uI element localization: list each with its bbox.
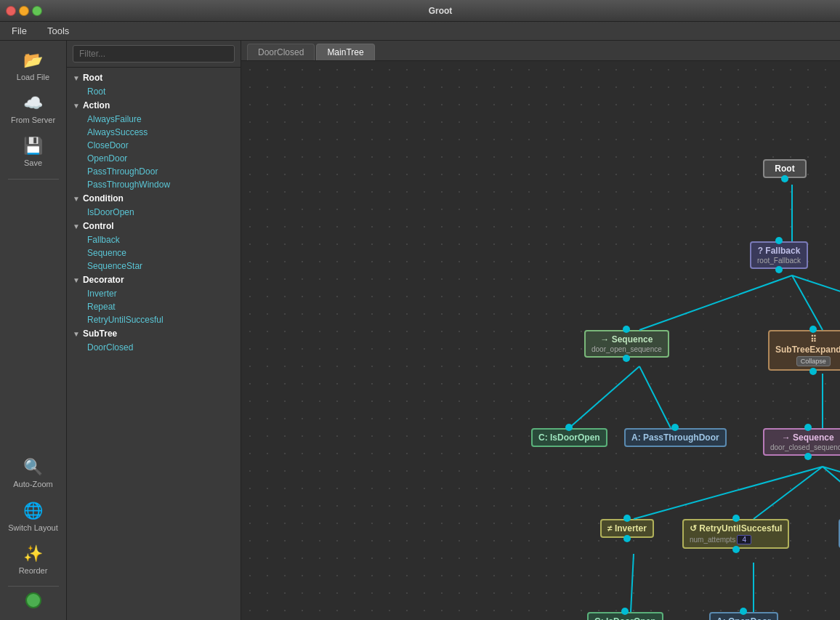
category-root[interactable]: ▼ Root [67, 71, 241, 85]
svg-line-7 [634, 467, 823, 519]
menubar: File Tools [0, 22, 840, 41]
canvas-viewport[interactable]: Root ? Fallback root_Fallback → Sequence… [241, 61, 840, 620]
node-inverter[interactable]: ≠ Inverter [600, 519, 654, 538]
svg-line-3 [792, 275, 840, 330]
from-server-label: From Server [11, 116, 55, 125]
canvas-area: DoorClosed MainTree [241, 41, 840, 620]
tree-item-retryuntilsuccesful[interactable]: RetryUntilSuccesful [67, 313, 241, 326]
auto-zoom-label: Auto-Zoom [13, 480, 52, 489]
tree-item-alwayssuccess[interactable]: AlwaysSuccess [67, 126, 241, 139]
node-seq1-title: → Sequence [591, 334, 662, 345]
node-root-title: Root [770, 164, 799, 174]
node-retry-title: ↺ RetryUntilSuccesful [690, 523, 782, 534]
category-decorator-label: Decorator [83, 275, 124, 285]
node-root-out [781, 175, 788, 182]
from-server-button[interactable]: ☁️ From Server [4, 89, 62, 129]
node-retry-param: num_attempts 4 [690, 535, 782, 544]
tree-item-closedoor[interactable]: CloseDoor [67, 139, 241, 152]
auto-zoom-button[interactable]: 🔍 Auto-Zoom [4, 454, 62, 494]
node-seq1-out [623, 355, 630, 362]
node-isdooropen-2[interactable]: C: IsDoorOpen [587, 612, 663, 620]
tree-item-passthroughdoor[interactable]: PassThroughDoor [67, 165, 241, 178]
reorder-label: Reorder [19, 566, 48, 576]
left-toolbar: 📂 Load File ☁️ From Server 💾 Save 🔍 Auto… [0, 41, 67, 620]
svg-line-1 [639, 275, 792, 330]
category-decorator-arrow: ▼ [73, 276, 80, 284]
menu-tools[interactable]: Tools [41, 24, 75, 38]
node-root[interactable]: Root [763, 159, 807, 178]
filter-input[interactable] [73, 45, 235, 63]
node-retry-param-label: num_attempts [690, 536, 735, 544]
category-action-label: Action [83, 100, 110, 110]
minimize-button[interactable] [19, 6, 29, 16]
save-icon: 💾 [23, 137, 43, 156]
tree-item-inverter[interactable]: Inverter [67, 287, 241, 300]
category-action[interactable]: ▼ Action [67, 98, 241, 113]
tab-maintree[interactable]: MainTree [316, 44, 374, 60]
app-title: Groot [47, 6, 834, 16]
menu-file[interactable]: File [6, 24, 33, 38]
node-sequence-doorclosed[interactable]: → Sequence door_closed_sequence [763, 428, 840, 456]
category-control[interactable]: ▼ Control [67, 219, 241, 233]
node-sequence-dooropen[interactable]: → Sequence door_open_sequence [584, 330, 669, 358]
auto-zoom-icon: 🔍 [23, 458, 43, 477]
switch-layout-icon: 🌐 [23, 502, 43, 520]
node-fallback[interactable]: ? Fallback root_Fallback [750, 241, 808, 269]
close-button[interactable] [6, 6, 16, 16]
node-ptd1-title: A: PassThroughDoor [631, 432, 719, 443]
node-fallback-out [775, 266, 783, 273]
node-seq2-subtitle: door_closed_sequence [770, 443, 840, 451]
node-inv-out [623, 535, 631, 542]
save-button[interactable]: 💾 Save [4, 132, 62, 172]
svg-line-5 [639, 366, 671, 428]
category-condition-label: Condition [83, 193, 124, 204]
load-file-icon: 📂 [23, 51, 43, 70]
node-seq1-subtitle: door_open_sequence [591, 345, 662, 353]
collapse-button[interactable]: Collapse [796, 356, 831, 366]
load-file-label: Load File [17, 73, 49, 82]
tree-item-isdooropen[interactable]: IsDoorOpen [67, 206, 241, 219]
node-ido2-in [621, 608, 629, 615]
canvas-tabs: DoorClosed MainTree [241, 41, 840, 61]
sidebar: ▼ Root Root ▼ Action AlwaysFailure Alway… [67, 41, 241, 620]
node-retry-in [732, 515, 740, 522]
switch-layout-button[interactable]: 🌐 Switch Layout [4, 497, 62, 537]
window-controls[interactable] [6, 6, 42, 16]
node-ido2-title: C: IsDoorOpen [594, 616, 656, 620]
tab-doorclosed[interactable]: DoorClosed [247, 44, 315, 60]
tree-item-root[interactable]: Root [67, 85, 241, 98]
node-isdooropen-1[interactable]: C: IsDoorOpen [531, 428, 607, 447]
svg-line-2 [792, 275, 823, 330]
category-root-label: Root [83, 73, 102, 83]
reorder-button[interactable]: ✨ Reorder [4, 540, 62, 580]
category-decorator[interactable]: ▼ Decorator [67, 273, 241, 287]
toolbar-separator-2 [8, 586, 59, 587]
node-opendoor[interactable]: A: OpenDoor [709, 612, 778, 620]
load-file-button[interactable]: 📂 Load File [4, 47, 62, 86]
node-subtree-expanded[interactable]: ⠿ SubTreeExpanded Collapse [768, 330, 840, 371]
maximize-button[interactable] [32, 6, 42, 16]
node-seq2-in [804, 424, 812, 431]
svg-line-4 [569, 366, 639, 428]
node-od-in [740, 608, 747, 615]
tree-item-sequencestar[interactable]: SequenceStar [67, 259, 241, 273]
sidebar-tree: ▼ Root Root ▼ Action AlwaysFailure Alway… [67, 68, 241, 620]
node-passthroughdoor-1[interactable]: A: PassThroughDoor [624, 428, 727, 447]
node-ido1-title: C: IsDoorOpen [538, 432, 600, 443]
node-retry[interactable]: ↺ RetryUntilSuccesful num_attempts 4 [682, 519, 789, 549]
tree-item-sequence[interactable]: Sequence [67, 246, 241, 259]
category-subtree[interactable]: ▼ SubTree [67, 326, 241, 341]
node-seq2-title: → Sequence [770, 432, 840, 443]
tree-item-fallback[interactable]: Fallback [67, 233, 241, 246]
node-seq1-in [623, 326, 630, 333]
category-control-label: Control [83, 221, 114, 231]
tree-item-repeat[interactable]: Repeat [67, 300, 241, 313]
tree-item-alwaysfailure[interactable]: AlwaysFailure [67, 113, 241, 126]
tree-item-opendoor[interactable]: OpenDoor [67, 152, 241, 165]
switch-layout-label: Switch Layout [8, 523, 57, 533]
category-condition[interactable]: ▼ Condition [67, 191, 241, 206]
tree-item-doorclosed[interactable]: DoorClosed [67, 341, 241, 354]
tree-item-passthroughwindow[interactable]: PassThroughWindow [67, 178, 241, 191]
svg-line-9 [823, 467, 840, 519]
toolbar-separator-1 [8, 179, 59, 180]
